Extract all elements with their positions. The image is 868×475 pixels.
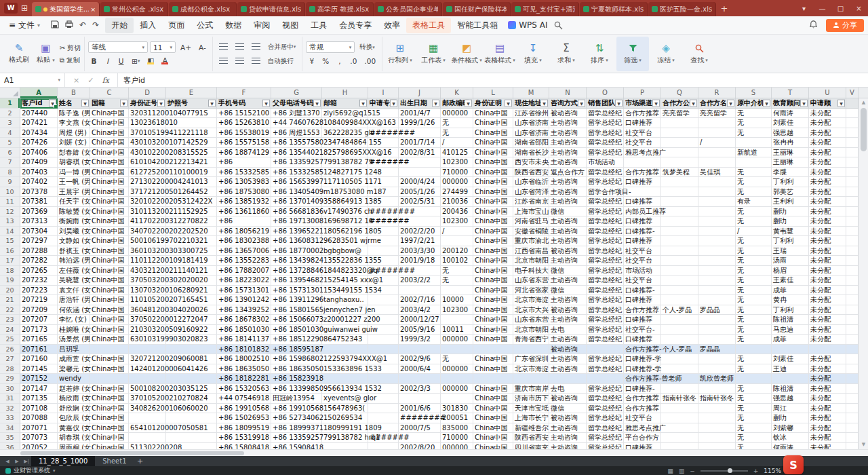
number-format-select[interactable]: 常规▾ bbox=[306, 41, 355, 53]
cell[interactable]: ####### bbox=[368, 216, 399, 227]
cell[interactable]: 207440 bbox=[20, 109, 58, 119]
cell[interactable]: 电子科技大 bbox=[513, 266, 549, 276]
cell[interactable]: China中国 bbox=[90, 286, 129, 296]
cell[interactable] bbox=[368, 335, 399, 345]
decrease-decimal-button[interactable]: .0 bbox=[347, 55, 359, 66]
header-cell[interactable]: 姓名▼ bbox=[58, 98, 90, 109]
cell[interactable]: 吴晓慧 (女 bbox=[58, 276, 90, 286]
cell[interactable] bbox=[587, 374, 624, 384]
cell[interactable]: 留学总经纪 bbox=[587, 443, 624, 450]
share-button[interactable]: 分享 bbox=[826, 19, 864, 32]
cell[interactable] bbox=[368, 236, 399, 246]
row-header[interactable]: 8 bbox=[0, 168, 20, 178]
cell[interactable] bbox=[166, 157, 217, 168]
align-right-icon[interactable] bbox=[249, 56, 263, 67]
cell[interactable]: 301830 bbox=[441, 404, 473, 414]
cell[interactable]: China中国 bbox=[473, 256, 513, 266]
cell[interactable]: 2002/7/16 bbox=[399, 295, 441, 305]
row-header[interactable]: 11 bbox=[0, 197, 20, 207]
cell[interactable] bbox=[698, 177, 736, 187]
cell[interactable]: 去电 bbox=[549, 325, 587, 335]
cell[interactable]: 未分配 bbox=[809, 335, 846, 345]
cell[interactable] bbox=[368, 315, 399, 325]
cell[interactable] bbox=[166, 168, 217, 178]
cell[interactable]: 北京市大兴 bbox=[513, 305, 549, 316]
cell[interactable]: 150269534 bbox=[322, 413, 368, 423]
cell[interactable]: 未分配 bbox=[809, 187, 846, 197]
cell[interactable]: 无 bbox=[736, 276, 772, 286]
cell[interactable] bbox=[90, 374, 129, 384]
cell[interactable] bbox=[368, 109, 399, 119]
cell[interactable]: 袁文仟 (女 bbox=[58, 286, 90, 296]
cell[interactable] bbox=[166, 216, 217, 227]
cell[interactable]: +86 18678302 bbox=[217, 315, 271, 325]
cell[interactable]: 无 bbox=[736, 266, 772, 276]
minimize-button[interactable]: — bbox=[813, 5, 831, 12]
ribbon-button-fill[interactable]: ↧填充▾ bbox=[517, 37, 549, 71]
cell[interactable]: 留学总经纪 bbox=[587, 286, 624, 296]
cell[interactable]: 未分配 bbox=[809, 384, 846, 394]
cell[interactable]: 社交平台 bbox=[624, 128, 661, 138]
cell[interactable]: 未分配 bbox=[809, 216, 846, 227]
cell[interactable]: +86 15319918 bbox=[217, 433, 271, 443]
cell[interactable]: China中国 bbox=[90, 394, 129, 404]
cell[interactable]: bgbgbow@ bbox=[322, 246, 368, 256]
cell[interactable]: China中国 bbox=[90, 227, 129, 237]
cell[interactable]: 返点合作方 bbox=[549, 168, 587, 178]
cell[interactable]: 青海省西宁 bbox=[513, 335, 549, 345]
cell[interactable] bbox=[399, 394, 441, 404]
row-header[interactable]: 24 bbox=[0, 325, 20, 335]
cell[interactable]: 社交平台 bbox=[624, 256, 661, 266]
cell[interactable]: 未分配 bbox=[809, 207, 846, 217]
cell[interactable] bbox=[368, 295, 399, 305]
cell[interactable]: 田冠岭13954 bbox=[271, 394, 322, 404]
cell[interactable] bbox=[166, 118, 217, 128]
cell[interactable] bbox=[809, 345, 846, 355]
row-header[interactable]: 3 bbox=[0, 118, 20, 128]
cell[interactable]: 000000 bbox=[441, 177, 473, 187]
cell[interactable]: 630103199903020823 bbox=[129, 335, 166, 345]
cell[interactable] bbox=[698, 236, 736, 246]
cell[interactable]: 无 bbox=[736, 394, 772, 404]
header-cell[interactable]: 申请顾▼ bbox=[809, 98, 846, 109]
cell[interactable]: 天津市宝坻 bbox=[513, 404, 549, 414]
row-header[interactable]: 13 bbox=[0, 216, 20, 227]
cell[interactable]: 15254145 xxx@1 bbox=[322, 276, 368, 286]
cell[interactable] bbox=[166, 315, 217, 325]
cell[interactable] bbox=[661, 197, 698, 207]
cell[interactable]: 留学总经纪 bbox=[587, 109, 624, 119]
cell[interactable]: 蒯玏 bbox=[772, 216, 809, 227]
cell[interactable]: 李文燕 (女 bbox=[58, 118, 90, 128]
cell[interactable]: 留学合作项目- bbox=[587, 187, 624, 197]
cell[interactable] bbox=[399, 207, 441, 217]
cell[interactable]: ######## bbox=[399, 413, 441, 423]
cell[interactable]: 310113200211152925 bbox=[129, 207, 166, 217]
cell[interactable]: 未分配 bbox=[809, 295, 846, 305]
cell[interactable]: 主动咨询 bbox=[549, 433, 587, 443]
save-icon[interactable] bbox=[51, 20, 59, 31]
cell[interactable]: 207288 bbox=[20, 246, 58, 256]
cell[interactable] bbox=[846, 256, 859, 266]
cell[interactable]: 留学总经纪 bbox=[587, 148, 624, 158]
cell[interactable]: 留学总经纪 bbox=[587, 128, 624, 138]
cell[interactable]: China中国 bbox=[473, 177, 513, 187]
cell[interactable] bbox=[661, 364, 698, 375]
file-tab[interactable]: 宁夏教师样本.xlsx bbox=[580, 2, 648, 16]
header-cell[interactable]: 手机号码▼ bbox=[217, 98, 271, 109]
cell[interactable] bbox=[166, 286, 217, 296]
cell[interactable] bbox=[661, 128, 698, 138]
cell[interactable]: 山东省东营 bbox=[513, 315, 549, 325]
column-header-M[interactable]: M bbox=[513, 88, 549, 98]
cell[interactable]: China中国 bbox=[473, 168, 513, 178]
cell[interactable]: 周煜 (男) bbox=[58, 128, 90, 138]
cell[interactable]: +86 18753080 bbox=[217, 187, 271, 197]
cell[interactable]: 370105200210270824 bbox=[129, 394, 166, 404]
cell[interactable]: +86 13608312 bbox=[271, 236, 322, 246]
ribbon-button-freeze[interactable]: ◈冻结▾ bbox=[650, 37, 682, 71]
cell[interactable]: 无 bbox=[736, 216, 772, 227]
filter-dropdown-icon[interactable]: ▼ bbox=[615, 99, 623, 107]
cell[interactable]: China中国 bbox=[90, 177, 129, 187]
cell[interactable] bbox=[399, 168, 441, 178]
cell[interactable]: 口碑推荐 bbox=[624, 216, 661, 227]
cell[interactable]: 陕西省西安 bbox=[513, 168, 549, 178]
